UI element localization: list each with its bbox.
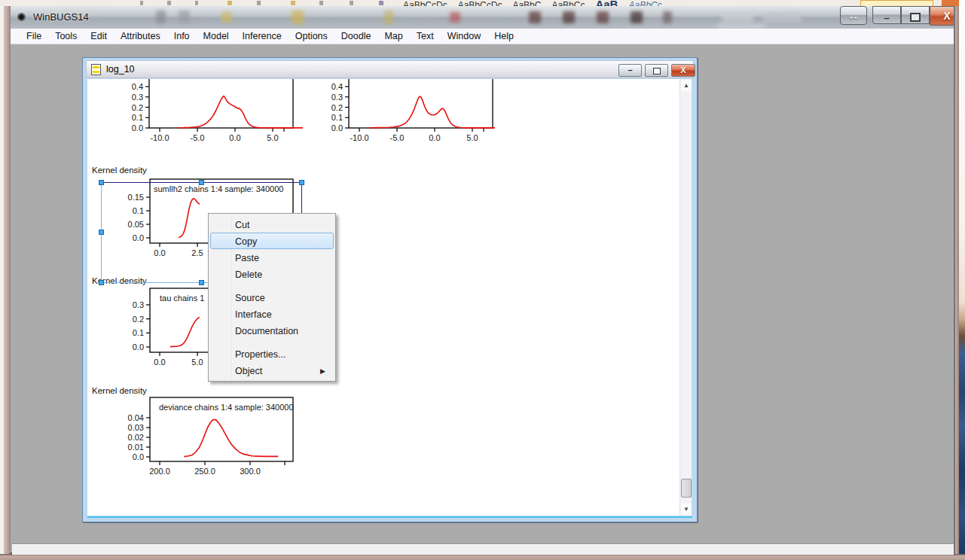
- menu-inference[interactable]: Inference: [236, 29, 289, 43]
- log-window-title: log_10: [106, 64, 135, 75]
- log-minimize-button[interactable]: –: [618, 64, 642, 77]
- svg-text:5.0: 5.0: [267, 133, 278, 142]
- svg-text:0.3: 0.3: [132, 93, 143, 102]
- ribbon-icon-fragment: [228, 1, 232, 5]
- close-button[interactable]: X: [930, 6, 954, 26]
- restore-icon: [653, 68, 661, 75]
- svg-text:0.4: 0.4: [132, 82, 143, 91]
- svg-text:-5.0: -5.0: [191, 133, 205, 142]
- density-curve: [370, 96, 495, 128]
- menu-options[interactable]: Options: [289, 29, 334, 43]
- menu-separator: [209, 339, 335, 345]
- style-gallery-highlight: [860, 0, 933, 6]
- svg-text:0.1: 0.1: [133, 206, 144, 215]
- kernel-density-plot-kd-top-left: 0.00.10.20.30.4-10.0-5.00.05.0: [132, 79, 303, 142]
- svg-text:5.0: 5.0: [466, 133, 478, 142]
- plots-canvas: 0.00.10.20.30.4-10.0-5.00.05.00.00.10.20…: [87, 79, 679, 516]
- svg-text:0.3: 0.3: [331, 93, 343, 102]
- desktop: AaBbCcDcAaBbCcDcAaBbCAaBbCcAaBAaBbCc. ✺ …: [0, 0, 965, 560]
- log-restore-button[interactable]: [645, 64, 668, 77]
- maximize-icon: [910, 13, 921, 22]
- density-curve: [170, 317, 200, 346]
- vertical-scrollbar[interactable]: ▲ ▼: [679, 79, 692, 516]
- log-window: log_10 – X 0.00.10.20.30.4-10.0-5.00.05.…: [82, 57, 698, 522]
- context-menu-item-interface[interactable]: Interface: [210, 306, 334, 322]
- selection-handle-bottom-middle[interactable]: [199, 280, 204, 285]
- svg-text:0.15: 0.15: [128, 193, 144, 202]
- menu-separator: [209, 282, 335, 289]
- svg-text:0.4: 0.4: [331, 82, 343, 91]
- glass-blur: [292, 11, 304, 24]
- context-menu-item-delete[interactable]: Delete: [210, 266, 334, 282]
- minimize-button[interactable]: –: [872, 6, 901, 24]
- glass-blur: [597, 11, 609, 23]
- scroll-down-button[interactable]: ▼: [681, 504, 692, 515]
- style-gallery-item: AaBbCc.: [628, 0, 664, 6]
- log-window-title-bar[interactable]: log_10 – X: [86, 60, 694, 78]
- svg-text:0.1: 0.1: [331, 113, 343, 122]
- scrollbar-thumb[interactable]: [681, 479, 692, 498]
- kernel-density-plot-kd-deviance: 0.00.010.020.030.04200.0250.0300.0devian…: [128, 397, 294, 476]
- svg-text:-10.0: -10.0: [350, 133, 368, 142]
- swap-window-button[interactable]: ↔: [840, 6, 867, 25]
- context-menu-item-documentation[interactable]: Documentation: [210, 322, 334, 339]
- menu-map[interactable]: Map: [377, 29, 409, 43]
- status-bar: [12, 544, 954, 555]
- style-gallery: AaBbCcDcAaBbCcDcAaBbCAaBbCcAaBAaBbCc.: [403, 0, 697, 6]
- menu-text[interactable]: Text: [410, 29, 441, 43]
- background-window-frame-bottom: [0, 554, 965, 560]
- ribbon-icon-fragment: [291, 1, 295, 5]
- window-title: WinBUGS14: [33, 11, 89, 23]
- menu-window[interactable]: Window: [441, 29, 487, 43]
- menu-model[interactable]: Model: [197, 29, 236, 43]
- ribbon-icon-fragment: [350, 1, 353, 5]
- svg-text:250.0: 250.0: [194, 467, 215, 476]
- log-close-button[interactable]: X: [671, 64, 695, 77]
- scroll-up-button[interactable]: ▲: [681, 80, 692, 91]
- title-bar[interactable]: ✺ WinBUGS14 ↔ – X: [11, 6, 954, 29]
- kernel-density-plot-kd-top-right: 0.00.10.20.30.4-10.0-5.00.05.0: [331, 79, 495, 142]
- menu-help[interactable]: Help: [487, 29, 521, 43]
- svg-text:-5.0: -5.0: [390, 133, 405, 142]
- selection-handle-top-left[interactable]: [99, 180, 104, 185]
- window-border-accent: [87, 516, 692, 518]
- svg-text:0.03: 0.03: [128, 423, 144, 432]
- glass-blur: [762, 13, 802, 23]
- style-gallery-item: AaBbC: [512, 0, 541, 6]
- menu-tools[interactable]: Tools: [48, 29, 84, 43]
- menu-edit[interactable]: Edit: [84, 29, 114, 43]
- menu-doodle[interactable]: Doodle: [334, 29, 378, 43]
- svg-text:0.0: 0.0: [133, 233, 144, 242]
- svg-text:0.0: 0.0: [331, 123, 343, 132]
- selection-handle-top-right[interactable]: [299, 180, 304, 185]
- ribbon-icon-fragment: [257, 1, 261, 5]
- context-menu-item-cut[interactable]: Cut: [210, 216, 334, 233]
- svg-text:0.1: 0.1: [132, 113, 143, 122]
- menu-attributes[interactable]: Attributes: [114, 29, 167, 43]
- style-gallery-item: AaBbCcDc: [403, 0, 447, 6]
- svg-text:200.0: 200.0: [149, 467, 170, 476]
- selection-handle-bottom-left[interactable]: [99, 280, 104, 285]
- maximize-button[interactable]: [901, 6, 930, 24]
- context-menu-item-properties[interactable]: Properties...: [210, 345, 334, 362]
- menu-file[interactable]: File: [20, 29, 48, 43]
- ribbon-icon-fragment: [319, 1, 323, 5]
- context-menu-item-paste[interactable]: Paste: [210, 249, 334, 266]
- selection-handle-top-middle[interactable]: [199, 180, 204, 185]
- density-curve: [184, 420, 278, 457]
- svg-text:2.5: 2.5: [191, 248, 203, 257]
- glass-blur: [722, 13, 753, 23]
- glass-blur: [221, 12, 232, 23]
- svg-text:sumllh2 chains 1:4 sample: 340: sumllh2 chains 1:4 sample: 340000: [154, 184, 283, 193]
- svg-text:tau chains 1: tau chains 1: [160, 294, 204, 303]
- menu-info[interactable]: Info: [167, 29, 197, 43]
- selection-handle-mid-left[interactable]: [99, 230, 104, 235]
- svg-text:0.0: 0.0: [133, 452, 144, 461]
- svg-text:0.2: 0.2: [132, 103, 143, 112]
- svg-text:0.2: 0.2: [331, 103, 343, 112]
- submenu-arrow-icon: ▶: [320, 363, 325, 379]
- style-gallery-item: AaBbCc: [551, 0, 585, 6]
- context-menu-item-source[interactable]: Source: [210, 289, 334, 306]
- context-menu-item-copy[interactable]: Copy: [210, 233, 334, 249]
- context-menu-item-object[interactable]: Object▶: [210, 362, 334, 379]
